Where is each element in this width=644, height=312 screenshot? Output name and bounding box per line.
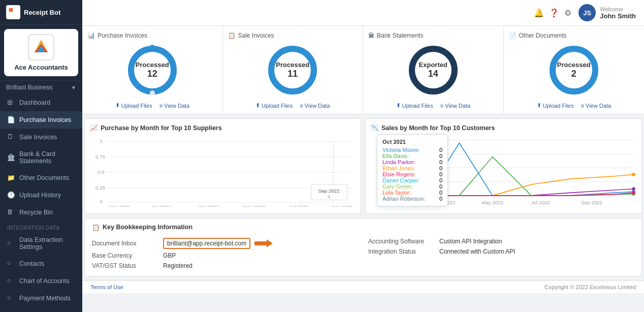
nav-payment-methods[interactable]: ○ Payment Methods [0,290,82,307]
bk-row-inbox: Document Inbox brilliant@app.receipt-bot… [92,236,358,251]
tooltip-val-4: 0 [439,171,442,177]
company-block: Ace Accountants [4,29,78,76]
nav-bank-statements[interactable]: 🏦 Bank & Card Statements [0,146,82,169]
nav-other-documents[interactable]: 📁 Other Documents [0,169,82,186]
tooltip-row-8: Adrian Robinson: 0 [382,196,442,202]
bookkeeping-left: Document Inbox brilliant@app.receipt-bot… [92,236,358,271]
avatar: JS [578,4,596,21]
bk-row-software: Accounting Software Custom API Integrati… [368,236,634,246]
tooltip-name-2: Linda Parker: [382,159,415,165]
sales-chart-panel: 📉 Sales by Month for Top 10 Customers Oc… [365,118,642,214]
bk-value-vat: Registered [163,262,192,269]
company-name: Ace Accountants [14,64,68,71]
nav-purchase-invoices[interactable]: 📄 Purchase Invoices [0,111,82,129]
tooltip-name-0: Victoria Moore: [382,147,420,153]
bank-card-actions: ⬆ Upload Files ≡ View Data [396,102,471,109]
purchase-donut: Processed 12 [124,42,180,98]
tooltip-val-2: 0 [439,159,442,165]
sales-tooltip: Oct 2021 Victoria Moore: 0 Ella Davis: 0… [377,134,448,206]
purchase-upload-btn[interactable]: ⬆ Upload Files [115,102,152,109]
user-info: Welcome John Smith [600,6,636,20]
card-other-title: 📄 Other Documents [509,32,567,39]
tooltip-row-1: Ella Davis: 0 [382,153,442,159]
card-sale-invoices: 📋 Sale Invoices Processed 11 ⬆ Upload Fi… [223,26,364,114]
integration-section-label: Integration Data [0,221,82,232]
bk-value-currency: GBP [163,252,176,259]
sale-card-actions: ⬆ Upload Files ≡ View Data [255,102,330,109]
tooltip-date: Oct 2021 [382,139,442,145]
nav-payment-label: Payment Methods [19,295,71,302]
sale-donut: Processed 11 [265,42,320,98]
purchase-view-btn[interactable]: ≡ View Data [159,102,189,109]
arrow-icon [254,238,273,248]
purchase-chart-panel: 📈 Purchase by Month for Top 10 Suppliers… [84,118,361,214]
sale-upload-btn[interactable]: ⬆ Upload Files [255,102,293,109]
svg-rect-0 [9,8,13,12]
settings-icon[interactable]: ⚙ [564,8,571,18]
other-card-icon: 📄 [509,32,517,39]
bookkeeping-right: Accounting Software Custom API Integrati… [368,236,634,271]
svg-text:May 2022: May 2022 [481,200,503,205]
nav-data-extraction[interactable]: ○ Data Extraction Settings [0,232,82,255]
notifications-icon[interactable]: 🔔 [534,8,544,18]
recycle-bin-icon: 🗑 [7,208,15,216]
svg-marker-50 [267,239,273,247]
copyright-text: Copyright © 2022 Excelsious Limited [544,284,636,290]
svg-text:0: 0 [328,194,330,199]
tooltip-name-7: Lola Taylor: [382,190,411,196]
data-extraction-icon: ○ [7,239,15,247]
other-view-btn[interactable]: ≡ View Data [581,102,611,109]
tooltip-row-7: Lola Taylor: 0 [382,190,442,196]
sales-chart-icon: 📉 [371,124,379,132]
bank-view-btn[interactable]: ≡ View Data [440,102,470,109]
nav-extraction-label: Data Extraction Settings [19,236,75,251]
tooltip-row-0: Victoria Moore: 0 [382,147,442,153]
nav-recycle-label: Recycle Bin [19,209,53,216]
help-icon[interactable]: ❓ [549,8,559,18]
contacts-icon: ○ [7,260,15,268]
tooltip-val-0: 0 [439,147,442,153]
nav-dashboard[interactable]: ⊞ Dashboard [0,94,82,111]
tooltip-row-4: Elsie Rogers: 0 [382,171,442,177]
purchase-invoices-icon: 📄 [7,116,15,124]
nav-vat-gst-rates[interactable]: ○ VAT/GST Rates [0,307,82,312]
nav-contacts[interactable]: ○ Contacts [0,255,82,272]
nav-chart-of-accounts[interactable]: ○ Chart of Accounts [0,272,82,290]
purchase-card-icon: 📊 [87,32,95,39]
bk-label-currency: Base Currency [92,252,163,259]
bank-status: Exported [419,61,447,69]
summary-cards-row: 📊 Purchase Invoices Processed 12 ⬆ Uploa… [82,26,644,114]
sidebar: Receipt Bot Ace Accountants Brilliant Bu… [0,0,82,312]
nav-recycle-bin[interactable]: 🗑 Recycle Bin [0,204,82,221]
nav-upload-history[interactable]: 🕐 Upload History [0,186,82,204]
top-header: 🔔 ❓ ⚙ JS Welcome John Smith [82,0,644,26]
bk-value-software: Custom API Integration [439,238,502,245]
app-logo-icon [6,5,20,19]
sale-invoices-icon: 🗒 [7,133,15,141]
company-selector[interactable]: Brilliant Business ▼ [0,80,82,94]
bk-label-vat: VAT/GST Status [92,262,163,269]
bk-label-software: Accounting Software [368,238,439,245]
sale-count: 11 [276,69,309,79]
nav-sale-invoices[interactable]: 🗒 Sale Invoices [0,129,82,146]
tooltip-row-3: Ethan Jones: 0 [382,165,442,171]
sale-status: Processed [276,61,309,69]
app-name: Receipt Bot [24,9,60,16]
bank-upload-btn[interactable]: ⬆ Upload Files [396,102,433,109]
tooltip-row-5: Daniel Cooper: 0 [382,177,442,183]
chart-accounts-icon: ○ [7,277,15,285]
bk-row-integration: Integration Status Connected with Custom… [368,246,634,257]
sale-view-btn[interactable]: ≡ View Data [300,102,330,109]
tooltip-name-8: Adrian Robinson: [382,196,425,202]
tooltip-name-5: Daniel Cooper: [382,177,420,183]
charts-row: 📈 Purchase by Month for Top 10 Suppliers… [82,114,644,216]
purchase-bar-chart: 1 0.75 0.5 0.25 0 Nov 2021 Jan 2022 Mar … [90,135,356,207]
card-sale-title: 📋 Sale Invoices [228,32,274,39]
purchase-donut-center: Processed 12 [136,61,169,79]
terms-link[interactable]: Terms of Use [90,284,123,290]
other-upload-btn[interactable]: ⬆ Upload Files [537,102,574,109]
footer: Terms of Use Copyright © 2022 Excelsious… [82,280,644,293]
bookkeeping-panel: 📋 Key Bookkeeping Information Document I… [84,218,642,276]
nav-contacts-label: Contacts [19,260,44,267]
bank-count: 14 [419,69,447,79]
